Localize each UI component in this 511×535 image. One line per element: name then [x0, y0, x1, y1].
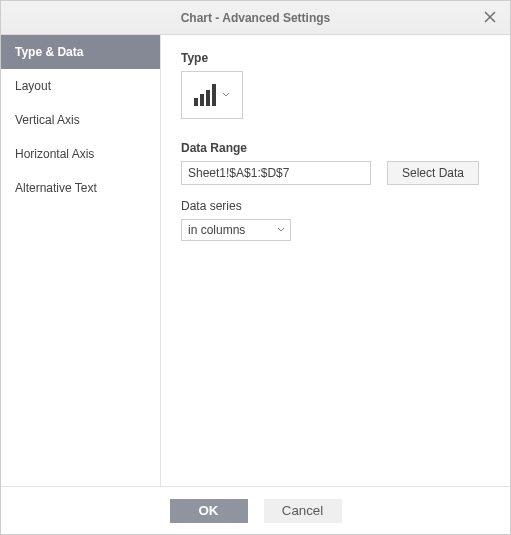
sidebar-item-label: Alternative Text [15, 181, 97, 195]
type-label: Type [181, 51, 490, 65]
sidebar-item-type-data[interactable]: Type & Data [1, 35, 160, 69]
dialog-title: Chart - Advanced Settings [181, 11, 331, 25]
chart-type-picker[interactable] [181, 71, 243, 119]
chevron-down-icon [222, 91, 230, 99]
chevron-down-icon [276, 225, 286, 235]
sidebar-item-horizontal-axis[interactable]: Horizontal Axis [1, 137, 160, 171]
sidebar-item-label: Type & Data [15, 45, 83, 59]
content-panel: Type Data Range Select Data Data series … [161, 35, 510, 486]
data-range-input[interactable] [181, 161, 371, 185]
sidebar-item-alternative-text[interactable]: Alternative Text [1, 171, 160, 205]
dialog-body: Type & Data Layout Vertical Axis Horizon… [1, 35, 510, 486]
close-button[interactable] [480, 7, 500, 27]
dialog: Chart - Advanced Settings Type & Data La… [0, 0, 511, 535]
sidebar-item-label: Horizontal Axis [15, 147, 94, 161]
sidebar-item-layout[interactable]: Layout [1, 69, 160, 103]
titlebar: Chart - Advanced Settings [1, 1, 510, 35]
footer: OK Cancel [1, 486, 510, 534]
close-icon [484, 11, 496, 23]
bar-chart-icon [194, 84, 216, 106]
sidebar: Type & Data Layout Vertical Axis Horizon… [1, 35, 161, 486]
ok-button[interactable]: OK [170, 499, 248, 523]
cancel-button[interactable]: Cancel [264, 499, 342, 523]
sidebar-item-label: Vertical Axis [15, 113, 80, 127]
sidebar-item-label: Layout [15, 79, 51, 93]
select-data-button[interactable]: Select Data [387, 161, 479, 185]
sidebar-item-vertical-axis[interactable]: Vertical Axis [1, 103, 160, 137]
data-series-select[interactable]: in columns [181, 219, 291, 241]
data-range-row: Select Data [181, 161, 490, 185]
data-range-label: Data Range [181, 141, 490, 155]
data-series-value: in columns [188, 223, 245, 237]
data-series-label: Data series [181, 199, 490, 213]
